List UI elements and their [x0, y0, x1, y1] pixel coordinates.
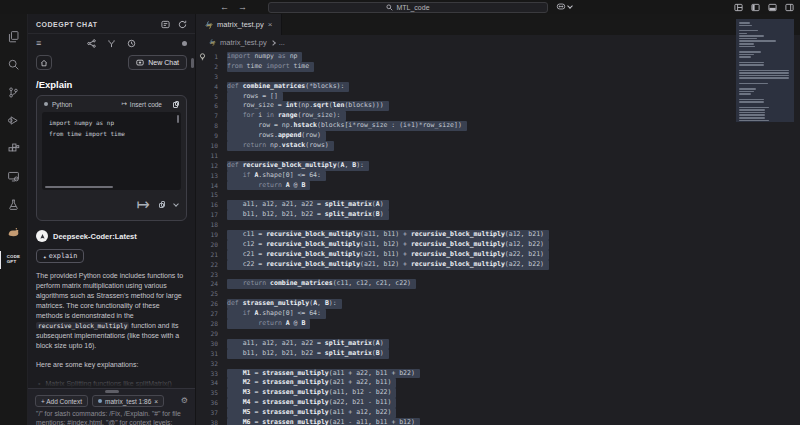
settings-gear-icon[interactable]: ⚙: [181, 397, 188, 405]
code-line: 30 a11, a12, a21, a22 = split_matrix(A): [196, 339, 800, 349]
line-number: 31: [196, 349, 227, 359]
reload-icon[interactable]: [178, 20, 187, 29]
code-line: 15: [196, 190, 800, 200]
line-number: 15: [196, 190, 227, 200]
code-editor[interactable]: 1import numpy as np2from time import tim…: [196, 50, 800, 425]
copilot-menu-button[interactable]: [556, 2, 572, 11]
code-line: 38 M6 = strassen_multiply(a21 - a11, b11…: [196, 418, 800, 425]
sidebar-item-source-control[interactable]: [0, 78, 28, 106]
code-line: 19 c11 = recursive_block_multiply(a11, b…: [196, 230, 800, 240]
code-line: 21 c21 = recursive_block_multiply(a21, b…: [196, 250, 800, 260]
code-line: 5 rows = []: [196, 92, 800, 102]
chat-code-snippet[interactable]: import numpy as npfrom time import time: [42, 112, 181, 190]
breadcrumb-separator-icon: [270, 40, 276, 46]
line-number: 35: [196, 388, 227, 398]
sidebar-item-search[interactable]: [0, 50, 28, 78]
snippet-vscrollbar-thumb[interactable]: [177, 115, 180, 123]
merge-icon[interactable]: [107, 39, 116, 48]
tab-matrix-test[interactable]: matrix_test.py ×: [196, 14, 282, 35]
collapse-chevron-icon[interactable]: [173, 201, 179, 207]
line-number: 2: [196, 62, 227, 72]
back-arrow-icon[interactable]: ←: [220, 2, 229, 12]
model-avatar: [36, 230, 48, 242]
share-icon[interactable]: [87, 39, 96, 48]
line-number: 4: [196, 82, 227, 92]
code-line: 3: [196, 72, 800, 82]
tab-close-icon[interactable]: ×: [268, 20, 273, 29]
copilot-icon: [556, 2, 566, 11]
snippet-line: import numpy as np: [49, 118, 174, 129]
lightbulb-icon[interactable]: [199, 53, 206, 61]
feedback-icon[interactable]: [161, 20, 170, 29]
sidebar-item-explorer[interactable]: [0, 22, 28, 50]
code-line: 16 a11, a12, a21, a22 = split_matrix(A): [196, 200, 800, 210]
code-line: 33 M1 = strassen_multiply(a11 + a22, b11…: [196, 369, 800, 379]
sidebar-item-remote-explorer[interactable]: [0, 162, 28, 190]
code-line: 35 M3 = strassen_multiply(a11, b12 - b22…: [196, 388, 800, 398]
python-lang-icon: [44, 102, 48, 106]
line-number: 9: [196, 131, 227, 141]
drag-handle[interactable]: [105, 390, 119, 393]
code-line: 25: [196, 289, 800, 299]
home-icon: [40, 59, 48, 67]
toggle-sidebar-left-icon[interactable]: [751, 3, 760, 12]
code-line: 17 b11, b12, b21, b22 = split_matrix(B): [196, 210, 800, 220]
line-number: 38: [196, 418, 227, 425]
line-number: 6: [196, 101, 227, 111]
sidebar-item-extensions[interactable]: [0, 134, 28, 162]
code-line: 23: [196, 270, 800, 280]
explain-command-chip[interactable]: ✦ explain: [36, 249, 84, 263]
line-number: 5: [196, 92, 227, 102]
menu-icon[interactable]: ≡: [36, 38, 41, 48]
new-chat-button[interactable]: New Chat: [128, 55, 187, 70]
insert-code-button[interactable]: ↦ Insert code: [121, 100, 162, 108]
home-button[interactable]: [36, 55, 52, 70]
history-icon[interactable]: [127, 39, 136, 48]
panel-scrollbar-thumb[interactable]: [191, 58, 194, 68]
snippet-hscrollbar-thumb[interactable]: [45, 186, 113, 189]
code-line: 26def strassen_multiply(A, B):: [196, 299, 800, 309]
remove-context-icon[interactable]: ×: [154, 398, 158, 405]
forward-arrow-icon[interactable]: →: [238, 2, 247, 12]
line-number: 33: [196, 369, 227, 379]
chat-input-dock: + Add Context matrix_test 1:86 × ⚙ "/" f…: [28, 388, 195, 425]
add-context-button[interactable]: + Add Context: [35, 395, 88, 407]
panel-fade: [28, 368, 195, 388]
customize-layout-icon[interactable]: [734, 3, 743, 12]
line-number: 23: [196, 270, 227, 280]
toggle-sidebar-right-icon[interactable]: [785, 3, 794, 12]
sidebar-item-run-debug[interactable]: [0, 106, 28, 134]
vscode-window: ← → MTL_code: [0, 0, 800, 425]
line-number: 30: [196, 339, 227, 349]
insert-code-icon[interactable]: ↦: [137, 195, 150, 214]
sidebar-item-codegpt[interactable]: CODE GPT: [0, 246, 28, 274]
line-number: 7: [196, 111, 227, 121]
minimap[interactable]: [736, 19, 794, 122]
line-number: 14: [196, 181, 227, 191]
line-number: 19: [196, 230, 227, 240]
titlebar: ← → MTL_code: [0, 0, 800, 14]
toggle-panel-bottom-icon[interactable]: [768, 3, 777, 12]
sidebar-item-whale-extension[interactable]: [0, 218, 28, 246]
search-icon: [386, 4, 393, 11]
inline-code: recursive_block_multiply: [36, 322, 129, 329]
codegpt-chat-panel: CODEGPT CHAT ≡: [28, 14, 196, 425]
tab-bar: matrix_test.py × ⋯: [196, 14, 800, 35]
code-line: 27 if A.shape[0] <= 64:: [196, 309, 800, 319]
context-file-chip[interactable]: matrix_test 1:86 ×: [92, 395, 164, 407]
code-line: 12def recursive_block_multiply(A, B):: [196, 161, 800, 171]
command-search-input[interactable]: MTL_code: [268, 2, 548, 13]
line-number: 27: [196, 309, 227, 319]
code-line: 4def combine_matrices(*blocks):: [196, 82, 800, 92]
code-language-label: Python: [52, 101, 72, 108]
copy-code-icon[interactable]: [173, 101, 179, 108]
breadcrumb[interactable]: matrix_test.py ...: [196, 35, 800, 50]
chat-code-card: Python ↦ Insert code import numpy as npf…: [36, 95, 187, 221]
code-line: 24 return combine_matrices(c11, c12, c21…: [196, 279, 800, 289]
copy-code-icon[interactable]: [159, 201, 165, 208]
sidebar-item-testing[interactable]: [0, 190, 28, 218]
profile-avatar[interactable]: [182, 41, 187, 46]
chevron-down-icon: [567, 3, 573, 9]
code-line: 28 return A @ B: [196, 319, 800, 329]
line-number: 11: [196, 151, 227, 161]
